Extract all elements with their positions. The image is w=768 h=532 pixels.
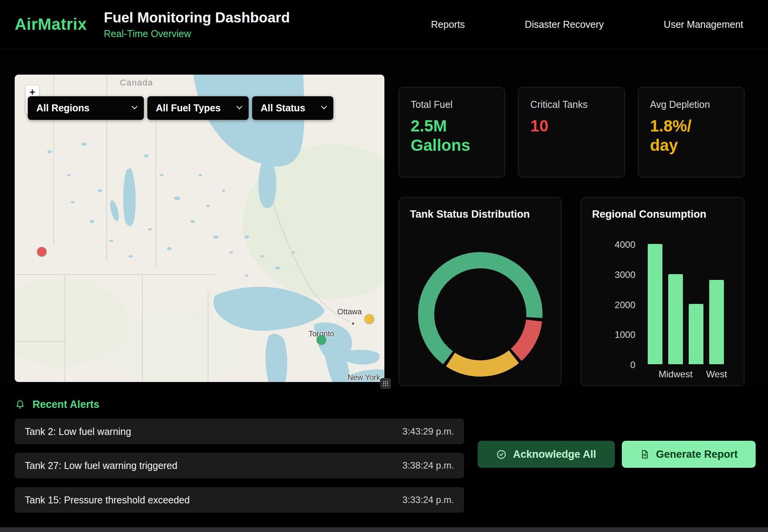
acknowledge-all-button[interactable]: Acknowledge All xyxy=(478,441,615,468)
regions-filter-value: All Regions xyxy=(36,102,90,114)
map-drag-handle-icon[interactable] xyxy=(380,378,391,389)
map-label-canada: Canada xyxy=(111,78,162,88)
donut-chart xyxy=(399,233,561,396)
y-tick-label: 4000 xyxy=(615,240,635,249)
bar xyxy=(689,304,703,364)
alert-row[interactable]: Tank 2: Low fuel warning 3:43:29 p.m. xyxy=(15,419,464,444)
generate-report-button[interactable]: Generate Report xyxy=(622,441,756,468)
regional-consumption-card: Regional Consumption 40003000200010000 M… xyxy=(581,197,744,386)
stat-card-total-fuel: Total Fuel 2.5M Gallons xyxy=(399,87,505,177)
stat-value: 10 xyxy=(530,116,592,136)
alert-text: Tank 2: Low fuel warning xyxy=(25,426,131,437)
bell-icon xyxy=(15,399,26,410)
y-tick-label: 2000 xyxy=(615,300,635,310)
bar-xlabels: MidwestWest xyxy=(648,369,724,380)
map-filter-bar: All Regions All Fuel Types All Status xyxy=(28,96,333,120)
brand-logo[interactable]: AirMatrix xyxy=(15,15,87,34)
bar-chart-title: Regional Consumption xyxy=(581,198,744,220)
check-circle-icon xyxy=(496,449,507,460)
bar-ylabels: 40003000200010000 xyxy=(593,240,635,370)
alerts-header: Recent Alerts xyxy=(15,399,99,411)
x-tick-label: West xyxy=(709,369,724,380)
page-title: Fuel Monitoring Dashboard xyxy=(104,10,290,26)
nav-disaster-recovery[interactable]: Disaster Recovery xyxy=(525,19,604,30)
tank-map[interactable]: Canada Ottawa Toronto New York + All Reg… xyxy=(15,75,384,382)
status-filter-dropdown[interactable]: All Status xyxy=(252,96,333,120)
stats-row: Total Fuel 2.5M Gallons Critical Tanks 1… xyxy=(399,87,744,177)
donut-chart-title: Tank Status Distribution xyxy=(399,198,561,220)
alert-time: 3:33:24 p.m. xyxy=(403,494,454,505)
stat-label: Avg Depletion xyxy=(650,99,732,110)
stat-value: 1.8%/ day xyxy=(650,116,712,155)
chevron-down-icon xyxy=(321,103,327,109)
nav-user-management[interactable]: User Management xyxy=(664,19,743,30)
y-tick-label: 0 xyxy=(630,360,635,370)
bar-series xyxy=(648,244,724,364)
chevron-down-icon xyxy=(236,103,242,109)
y-tick-label: 3000 xyxy=(615,270,635,280)
y-tick-label: 1000 xyxy=(615,330,635,339)
bar xyxy=(648,244,662,364)
stat-card-critical-tanks: Critical Tanks 10 xyxy=(518,87,625,177)
stat-label: Critical Tanks xyxy=(530,99,613,110)
bottom-edge-bar xyxy=(0,527,768,532)
document-icon xyxy=(640,449,650,459)
stat-label: Total Fuel xyxy=(411,99,493,110)
bar xyxy=(668,274,683,364)
stat-card-avg-depletion: Avg Depletion 1.8%/ day xyxy=(638,87,744,177)
stat-value: 2.5M Gallons xyxy=(411,116,473,155)
map-label-new-york: New York xyxy=(341,373,384,382)
alert-text: Tank 15: Pressure threshold exceeded xyxy=(25,494,190,506)
tank-marker-critical[interactable] xyxy=(37,247,46,256)
main-nav: Reports Disaster Recovery User Managemen… xyxy=(431,19,743,30)
alert-text: Tank 27: Low fuel warning triggered xyxy=(25,460,177,471)
x-tick-label xyxy=(689,369,703,380)
title-block: Fuel Monitoring Dashboard Real-Time Over… xyxy=(104,10,290,39)
generate-report-label: Generate Report xyxy=(656,448,738,460)
tank-status-card: Tank Status Distribution xyxy=(399,197,561,386)
page-subtitle: Real-Time Overview xyxy=(104,28,290,39)
donut-segment-critical xyxy=(516,321,534,355)
tank-marker-normal[interactable] xyxy=(317,335,326,344)
alert-row[interactable]: Tank 15: Pressure threshold exceeded 3:3… xyxy=(15,487,464,513)
status-filter-value: All Status xyxy=(261,102,305,114)
alert-time: 3:43:29 p.m. xyxy=(403,426,454,437)
fuel-type-filter-value: All Fuel Types xyxy=(156,102,221,114)
tank-marker-warning[interactable] xyxy=(365,314,374,324)
alert-time: 3:38:24 p.m. xyxy=(403,460,454,471)
regions-filter-dropdown[interactable]: All Regions xyxy=(28,96,144,120)
chevron-down-icon xyxy=(131,103,138,109)
alerts-heading: Recent Alerts xyxy=(32,399,99,411)
map-label-ottawa: Ottawa xyxy=(326,307,373,316)
acknowledge-all-label: Acknowledge All xyxy=(513,448,596,460)
fuel-monitoring-dashboard: AirMatrix Fuel Monitoring Dashboard Real… xyxy=(0,0,768,532)
donut-segment-warning xyxy=(451,357,514,368)
fuel-type-filter-dropdown[interactable]: All Fuel Types xyxy=(147,96,249,120)
nav-reports[interactable]: Reports xyxy=(431,19,465,30)
alert-row[interactable]: Tank 27: Low fuel warning triggered 3:38… xyxy=(15,453,464,478)
app-header: AirMatrix Fuel Monitoring Dashboard Real… xyxy=(0,0,768,49)
x-tick-label: Midwest xyxy=(668,369,683,380)
bar xyxy=(709,280,724,364)
